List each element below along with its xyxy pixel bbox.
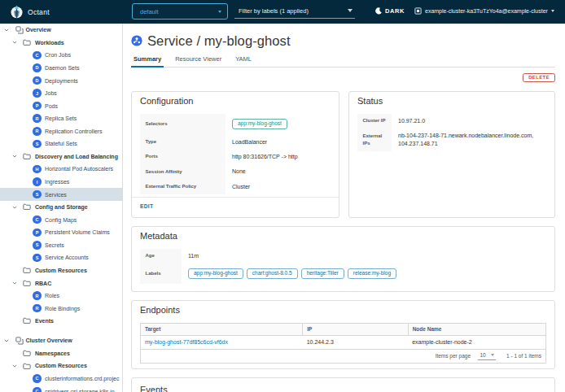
tab-resource-viewer[interactable]: Resource Viewer — [173, 54, 224, 68]
app-title: Octant — [28, 8, 50, 16]
tab-summary[interactable]: Summary — [131, 54, 164, 68]
sidebar-item-label: Events — [35, 318, 54, 324]
sidebar-item-label: Pods — [45, 103, 58, 109]
sidebar-item-workloads[interactable]: Workloads — [0, 37, 122, 50]
chevron-down-icon[interactable] — [12, 205, 17, 210]
app-body: OverviewWorkloadsCCron JobsDDaemon SetsD… — [0, 24, 565, 392]
sidebar-item-pods[interactable]: PPods — [0, 99, 122, 112]
summary-label: Session Affinity — [140, 164, 226, 179]
k8s-resource-icon: P — [33, 102, 42, 111]
chevron-down-icon[interactable] — [12, 281, 17, 285]
sidebar-item-services[interactable]: SServices — [0, 188, 122, 201]
context-label: example-cluster-ka3TuTzYo4a@example-clus… — [425, 8, 548, 14]
sidebar-item-label: Namespaces — [35, 351, 70, 356]
label-chip[interactable]: app:my-blog-ghost — [188, 268, 243, 280]
theme-toggle-button[interactable]: DARK — [375, 7, 405, 15]
chevron-down-icon[interactable] — [12, 154, 17, 159]
sidebar-item-cron-jobs[interactable]: CCron Jobs — [0, 49, 122, 62]
sidebar-item-config-and-storage[interactable]: Config and Storage — [0, 201, 122, 214]
sidebar-item-label: Custom Resources — [35, 363, 87, 368]
namespace-dropdown[interactable]: default — [132, 3, 228, 20]
sidebar-item-ingresses[interactable]: IIngresses — [0, 176, 122, 189]
sidebar-item-horizontal-pod-autoscalers[interactable]: HHorizontal Pod Autoscalers — [0, 163, 122, 176]
summary-row: TypeLoadBalancer — [140, 134, 331, 149]
sidebar-item-jobs[interactable]: JJobs — [0, 87, 122, 100]
delete-button[interactable]: DELETE — [523, 73, 555, 82]
summary-label: Selectors — [140, 114, 226, 135]
sidebar-item-role-bindings[interactable]: RRole Bindings — [0, 302, 122, 315]
folder-icon — [23, 280, 32, 287]
card-title: Configuration — [140, 96, 331, 106]
label-chip[interactable]: release:my-blog — [348, 268, 396, 280]
summary-label: Ports — [140, 149, 226, 163]
k8s-resource-icon: R — [33, 114, 42, 123]
summary-row: Portshttp 80:31626/TCP -> http — [140, 149, 331, 163]
k8s-resource-icon: S — [33, 140, 42, 149]
sidebar-item-events[interactable]: Events — [0, 315, 122, 328]
summary-value: Cluster — [226, 179, 331, 194]
sidebar-item-label: Discovery and Load Balancing — [35, 154, 118, 159]
sidebar-item-namespaces[interactable]: Namespaces — [0, 347, 122, 360]
sidebar-item-replica-sets[interactable]: RReplica Sets — [0, 112, 122, 125]
k8s-resource-icon: R — [33, 127, 42, 136]
k8s-resource-icon: R — [33, 304, 42, 313]
sidebar-item-label: Deployments — [45, 78, 78, 84]
sidebar-item-rbac[interactable]: RBAC — [0, 277, 122, 290]
sidebar-item-service-accounts[interactable]: SService Accounts — [0, 251, 122, 264]
sidebar-item-cluster-overview[interactable]: Cluster Overview — [0, 334, 122, 347]
page-size-select[interactable]: 10 — [478, 352, 496, 360]
sidebar-item-replication-controllers[interactable]: RReplication Controllers — [0, 125, 122, 138]
sidebar-item-daemon-sets[interactable]: DDaemon Sets — [0, 62, 122, 75]
summary-row: Labelsapp:my-blog-ghostchart:ghost-8.0.5… — [140, 264, 546, 285]
sidebar-item-persistent-volume-claims[interactable]: PPersistent Volume Claims — [0, 226, 122, 239]
sidebar-item-label: clusterinformations.crd.projec — [45, 376, 119, 381]
sidebar-item-label: Persistent Volume Claims — [45, 229, 110, 235]
sidebar-item-label: csidrivers.csi.storage.k8s.io — [45, 389, 115, 392]
sidebar-item-clusterinformations-crd-projec[interactable]: Cclusterinformations.crd.projec — [0, 372, 122, 385]
chevron-down-icon[interactable] — [12, 40, 17, 45]
sidebar-item-label: Stateful Sets — [45, 141, 77, 146]
edit-link[interactable]: EDIT — [140, 203, 153, 209]
chevron-down-icon[interactable] — [4, 28, 9, 33]
sidebar-item-csidrivers-csi-storage-k8s-io[interactable]: Ccsidrivers.csi.storage.k8s.io — [0, 385, 122, 392]
endpoint-target-link[interactable]: my-blog-ghost-77df85c6cd-vf6dx — [145, 339, 228, 345]
chevron-down-icon[interactable] — [4, 338, 9, 343]
summary-value: None — [226, 164, 331, 179]
sidebar-item-label: Cron Jobs — [45, 52, 71, 58]
k8s-resource-icon: D — [33, 63, 42, 72]
pagination-range: 1 - 1 of 1 items — [506, 353, 541, 359]
label-chip[interactable]: heritage:Tiller — [301, 268, 344, 280]
main-content: Service / my-blog-ghost SummaryResource … — [123, 24, 565, 392]
summary-label: Cluster IP — [357, 114, 392, 128]
sidebar-item-custom-resources[interactable]: Custom Resources — [0, 359, 122, 372]
cell-target: my-blog-ghost-77df85c6cd-vf6dx — [141, 335, 303, 349]
label-chip[interactable]: app:my-blog-ghost — [232, 119, 287, 130]
chevron-down-icon[interactable] — [12, 364, 17, 368]
summary-row: External IPsnb-104-237-148-71.newark.nod… — [357, 128, 546, 151]
summary-value: 11m — [182, 249, 546, 264]
sidebar-item-custom-resources[interactable]: Custom Resources — [0, 264, 122, 277]
k8s-resource-icon: S — [33, 241, 42, 250]
sidebar-item-roles[interactable]: RRoles — [0, 290, 122, 303]
sidebar-item-discovery-and-load-balancing[interactable]: Discovery and Load Balancing — [0, 150, 122, 163]
sidebar-item-config-maps[interactable]: CConfig Maps — [0, 213, 122, 226]
summary-value: app:my-blog-ghostchart:ghost-8.0.5herita… — [182, 264, 546, 285]
chevron-down-icon — [551, 10, 554, 12]
label-filter-input[interactable]: Filter by labels (1 applied) — [234, 4, 355, 19]
chevron-down-icon — [348, 9, 353, 12]
sidebar-item-stateful-sets[interactable]: SStateful Sets — [0, 137, 122, 150]
sidebar-item-overview[interactable]: Overview — [0, 24, 122, 37]
summary-label: External IPs — [357, 128, 392, 151]
sidebar-item-label: Daemon Sets — [45, 65, 79, 71]
label-chip[interactable]: chart:ghost-8.0.5 — [247, 268, 298, 280]
table-cell: example-cluster-node-2 — [408, 335, 545, 349]
sidebar-item-secrets[interactable]: SSecrets — [0, 239, 122, 252]
folder-icon — [23, 39, 32, 46]
context-selector[interactable]: example-cluster-ka3TuTzYo4a@example-clus… — [414, 7, 554, 15]
chevron-down-icon — [491, 354, 494, 356]
sidebar-item-label: Custom Resources — [35, 268, 87, 273]
tab-yaml[interactable]: YAML — [233, 54, 254, 68]
sidebar-item-label: Cluster Overview — [26, 338, 72, 343]
cluster-icon — [414, 7, 422, 15]
sidebar-item-deployments[interactable]: DDeployments — [0, 74, 122, 87]
